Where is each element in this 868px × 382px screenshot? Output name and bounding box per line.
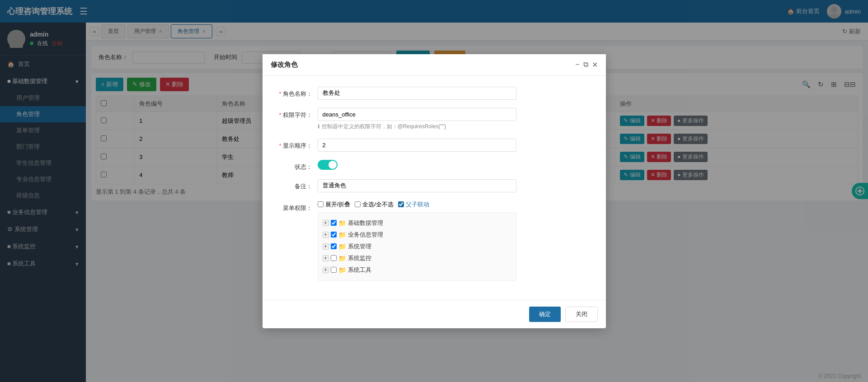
tree-cb-monitor[interactable] bbox=[331, 255, 337, 261]
modal-header-btns: − ⧉ ✕ bbox=[575, 61, 597, 69]
modal-header: 修改角色 − ⧉ ✕ bbox=[263, 54, 606, 76]
parent-child-checkbox[interactable] bbox=[398, 201, 404, 207]
expand-sysadmin-btn[interactable]: + bbox=[323, 243, 329, 250]
perm-hint: ℹ 控制器中定义的权限字符，如：@RequiresRoles("") bbox=[318, 123, 516, 130]
edit-role-modal: 修改角色 − ⧉ ✕ 角色名称： 权限字符： ℹ 控制器中定义的权限 bbox=[263, 54, 606, 328]
note-input[interactable] bbox=[318, 179, 516, 192]
menu-tree-area: + 📁 基础数据管理 + 📁 业务信息管理 bbox=[318, 212, 516, 281]
note-label: 备注： bbox=[277, 179, 318, 191]
perm-checkbox-group: 展开/折叠 全选/全不选 父子联动 bbox=[318, 200, 516, 209]
expand-fold-checkbox[interactable] bbox=[318, 201, 324, 207]
parent-child-cb[interactable]: 父子联动 bbox=[398, 200, 429, 209]
form-row-perm-char: 权限字符： ℹ 控制器中定义的权限字符，如：@RequiresRoles("") bbox=[277, 108, 591, 130]
form-row-role-name: 角色名称： bbox=[277, 87, 591, 100]
tree-item-basic: + 📁 基础数据管理 bbox=[323, 217, 511, 229]
confirm-button[interactable]: 确定 bbox=[529, 307, 561, 322]
expand-tools-btn[interactable]: + bbox=[323, 267, 329, 273]
form-row-display-order: 显示顺序： bbox=[277, 139, 591, 152]
modal-overlay: 修改角色 − ⧉ ✕ 角色名称： 权限字符： ℹ 控制器中定义的权限 bbox=[0, 0, 868, 382]
tree-item-business: + 📁 业务信息管理 bbox=[323, 229, 511, 241]
tree-label-tools: 系统工具 bbox=[348, 266, 371, 274]
tree-cb-tools[interactable] bbox=[331, 267, 337, 273]
expand-fold-cb[interactable]: 展开/折叠 bbox=[318, 200, 351, 209]
tree-cb-business[interactable] bbox=[331, 232, 337, 238]
role-name-label: 角色名称： bbox=[277, 87, 318, 98]
role-name-input[interactable] bbox=[318, 87, 516, 100]
folder-icon-monitor: 📁 bbox=[338, 255, 346, 262]
tree-label-sysadmin: 系统管理 bbox=[348, 242, 371, 251]
form-row-note: 备注： bbox=[277, 179, 591, 192]
select-all-cb[interactable]: 全选/全不选 bbox=[355, 200, 394, 209]
display-order-label: 显示顺序： bbox=[277, 139, 318, 150]
tree-cb-basic[interactable] bbox=[331, 220, 337, 226]
tree-item-tools: + 📁 系统工具 bbox=[323, 264, 511, 276]
select-all-perm-checkbox[interactable] bbox=[355, 201, 361, 207]
tree-item-monitor: + 📁 系统监控 bbox=[323, 252, 511, 264]
tree-item-sysadmin: + 📁 系统管理 bbox=[323, 241, 511, 252]
close-modal-button[interactable]: 关闭 bbox=[565, 307, 598, 322]
status-label: 状态： bbox=[277, 160, 318, 171]
info-icon: ℹ bbox=[318, 123, 320, 130]
modal-minimize-btn[interactable]: − bbox=[575, 61, 579, 69]
folder-icon-tools: 📁 bbox=[338, 266, 346, 274]
tree-label-business: 业务信息管理 bbox=[348, 231, 383, 239]
perm-char-label: 权限字符： bbox=[277, 108, 318, 119]
folder-icon-basic: 📁 bbox=[338, 219, 346, 227]
tree-label-monitor: 系统监控 bbox=[348, 254, 371, 262]
menu-perm-col: 展开/折叠 全选/全不选 父子联动 bbox=[318, 200, 516, 281]
toggle-slider bbox=[318, 160, 338, 170]
expand-business-btn[interactable]: + bbox=[323, 232, 329, 238]
modal-maximize-btn[interactable]: ⧉ bbox=[583, 61, 588, 69]
display-order-input[interactable] bbox=[318, 139, 516, 152]
expand-monitor-btn[interactable]: + bbox=[323, 255, 329, 261]
menu-perm-label: 菜单权限： bbox=[277, 200, 318, 212]
tree-label-basic: 基础数据管理 bbox=[348, 219, 383, 227]
form-row-status: 状态： bbox=[277, 160, 591, 171]
expand-basic-btn[interactable]: + bbox=[323, 220, 329, 226]
form-row-menu-perm: 菜单权限： 展开/折叠 全选/全不选 父子联动 bbox=[277, 200, 591, 281]
folder-icon-business: 📁 bbox=[338, 231, 346, 238]
modal-close-x-btn[interactable]: ✕ bbox=[592, 61, 598, 69]
status-toggle[interactable] bbox=[318, 160, 338, 170]
modal-title: 修改角色 bbox=[271, 61, 298, 69]
modal-footer: 确定 关闭 bbox=[263, 300, 606, 328]
modal-body: 角色名称： 权限字符： ℹ 控制器中定义的权限字符，如：@RequiresRol… bbox=[263, 76, 606, 300]
folder-icon-sysadmin: 📁 bbox=[338, 243, 346, 250]
perm-char-input[interactable] bbox=[318, 108, 516, 121]
tree-cb-sysadmin[interactable] bbox=[331, 243, 337, 249]
